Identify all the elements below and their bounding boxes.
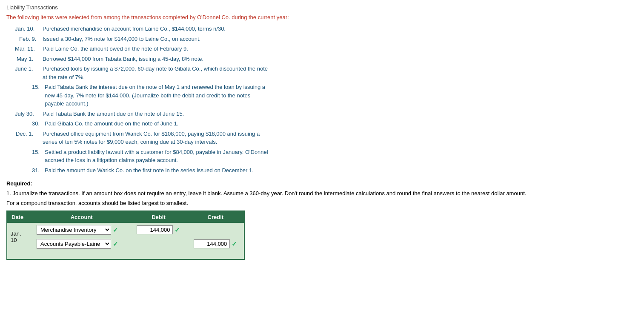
credit-amount-cell[interactable]: ✓ [187,237,244,251]
list-item: 31. Paid the amount due Warick Co. on th… [32,166,638,175]
required-label: Required: [6,180,32,187]
debit-amount-check-icon: ✓ [175,226,180,234]
list-item: May 1. Borrowed $144,000 from Tabata Ban… [15,55,638,63]
compound-note: For a compound transaction, accounts sho… [6,200,638,206]
credit-account-wrapper[interactable]: Accounts Payable-Laine Co. ✓ [37,239,126,249]
transaction-date: July 30. [15,110,43,118]
table-row: Jan.10 Merchandise Inventory ✓ ✓ [7,223,244,237]
credit-header: Credit [187,211,244,223]
transaction-desc: Purchased merchandise on account from La… [43,25,638,33]
list-item: Dec. 1. Purchased office equipment from … [15,130,638,146]
debit-account-check-icon: ✓ [113,226,118,234]
credit-account-cell[interactable]: Accounts Payable-Laine Co. ✓ [33,237,130,251]
debit-account-wrapper[interactable]: Merchandise Inventory ✓ [37,225,126,235]
list-item: Jan. 10. Purchased merchandise on accoun… [15,25,638,33]
debit-amount-input[interactable] [137,225,173,234]
transactions-list: Jan. 10. Purchased merchandise on accoun… [15,25,638,174]
transaction-desc: Issued a 30-day, 7% note for $144,000 to… [43,35,638,43]
list-item: 30. Paid Gibala Co. the amount due on th… [32,119,638,128]
transaction-date: 31. [32,166,45,175]
transaction-desc: Purchased office equipment from Warick C… [43,130,638,146]
transaction-date: 15. [32,83,45,108]
transaction-desc: Paid Laine Co. the amount owed on the no… [43,45,638,53]
credit-account-check-icon: ✓ [113,240,118,248]
list-item: June 1. Purchased tools by issuing a $72… [15,65,638,81]
credit-amount-input[interactable] [194,239,230,248]
debit-account-select[interactable]: Merchandise Inventory [37,225,111,235]
debit-amount-cell[interactable]: ✓ [130,223,187,237]
credit-amount-check-icon: ✓ [232,240,237,248]
intro-text: The following items were selected from a… [6,14,638,20]
list-item: 15. Settled a product liability lawsuit … [32,148,638,165]
journal-date: Jan.10 [7,223,33,251]
transaction-date: June 1. [15,65,43,81]
transaction-date: Dec. 1. [15,130,43,146]
date-header: Date [7,211,33,223]
required-section: Required: [6,180,638,187]
transaction-desc: Paid Gibala Co. the amount due on the no… [45,119,638,128]
transaction-date: 30. [32,119,45,128]
transaction-desc: Settled a product liability lawsuit with… [45,148,638,165]
page-title: Liability Transactions [6,4,638,11]
credit-amount-wrapper[interactable]: ✓ [191,239,240,248]
debit-header: Debit [130,211,187,223]
debit-credit-cell-empty [187,223,244,237]
debit-account-cell[interactable]: Merchandise Inventory ✓ [33,223,130,237]
journal-table: Date Account Debit Credit Jan.10 Merchan… [6,211,245,260]
transaction-desc: Paid the amount due Warick Co. on the fi… [45,166,638,175]
transaction-date: Mar. 11. [15,45,43,53]
credit-debit-cell-empty [130,237,187,251]
list-item: Mar. 11. Paid Laine Co. the amount owed … [15,45,638,53]
list-item: July 30. Paid Tabata Bank the amount due… [15,110,638,118]
instruction-text: 1. Journalize the transactions. If an am… [6,190,638,196]
debit-amount-wrapper[interactable]: ✓ [133,225,183,234]
list-item: Feb. 9. Issued a 30-day, 7% note for $14… [15,35,638,43]
table-header-row: Date Account Debit Credit [7,211,244,223]
transaction-date: 15. [32,148,45,165]
credit-account-select[interactable]: Accounts Payable-Laine Co. [37,239,111,249]
account-header: Account [33,211,130,223]
transaction-date: Jan. 10. [15,25,43,33]
transaction-desc: Borrowed $144,000 from Tabata Bank, issu… [43,55,638,63]
table-row-empty [7,251,244,259]
table-row: Accounts Payable-Laine Co. ✓ ✓ [7,237,244,251]
transaction-date: Feb. 9. [15,35,43,43]
list-item: 15. Paid Tabata Bank the interest due on… [32,83,638,108]
transaction-date: May 1. [15,55,43,63]
transaction-desc: Paid Tabata Bank the amount due on the n… [43,110,638,118]
transaction-desc: Purchased tools by issuing a $72,000, 60… [43,65,638,81]
transaction-desc: Paid Tabata Bank the interest due on the… [45,83,638,108]
